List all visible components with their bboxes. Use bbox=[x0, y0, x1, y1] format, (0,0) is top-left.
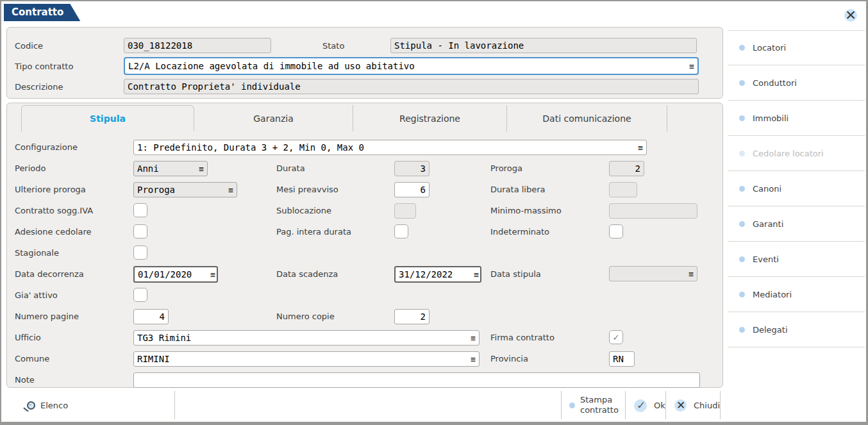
adesione-cedolare-label: Adesione cedolare bbox=[15, 227, 92, 237]
stato-label: Stato bbox=[322, 41, 344, 51]
stato-field: Stipula - In lavorazione bbox=[390, 38, 697, 53]
contratto-sogg-iva-checkbox[interactable] bbox=[133, 203, 147, 217]
numero-copie-field[interactable]: 2 bbox=[394, 309, 430, 324]
elenco-button[interactable]: Elenco bbox=[27, 388, 68, 422]
gia-attivo-label: Gia' attivo bbox=[15, 290, 58, 300]
descrizione-label: Descrizione bbox=[15, 82, 63, 92]
mesi-preavviso-value: 6 bbox=[421, 185, 426, 195]
stampa-contratto-button[interactable]: Stampa contratto bbox=[569, 388, 619, 422]
numero-pagine-label: Numero pagine bbox=[15, 312, 79, 321]
tab-garanzia[interactable]: Garanzia bbox=[194, 105, 353, 131]
chiudi-button[interactable]: ✕ Chiudi bbox=[673, 388, 720, 422]
indeterminato-checkbox[interactable] bbox=[609, 224, 623, 238]
provincia-label: Provincia bbox=[490, 354, 528, 363]
dropdown-menu-icon[interactable]: ≡ bbox=[226, 186, 233, 194]
numero-pagine-field[interactable]: 4 bbox=[133, 309, 169, 324]
note-label: Note bbox=[15, 375, 35, 385]
proroga-field: 2 bbox=[609, 161, 644, 176]
stipula-form: Configurazione 1: Predefinito, Durata 3 … bbox=[7, 131, 722, 387]
sidebar-item-immobili[interactable]: Immobili bbox=[728, 101, 865, 136]
tab-dati-comunicazione[interactable]: Dati comunicazione bbox=[507, 105, 667, 131]
bullet-icon bbox=[739, 292, 745, 297]
durata-label: Durata bbox=[276, 163, 305, 173]
stato-value: Stipula - In lavorazione bbox=[394, 40, 524, 51]
sidebar-item-label: Delegati bbox=[753, 325, 788, 335]
data-decorrenza-field[interactable]: 01/01/2020 ≡ bbox=[133, 266, 218, 283]
ulteriore-proroga-value: Proroga bbox=[137, 185, 175, 195]
tipo-contratto-label: Tipo contratto bbox=[15, 62, 73, 71]
close-icon: ✕ bbox=[840, 5, 861, 26]
sidebar-item-delegati[interactable]: Delegati bbox=[728, 312, 865, 347]
contratto-window: Contratto ✕ Codice 030_18122018 Stato St… bbox=[0, 0, 868, 425]
tab-garanzia-label: Garanzia bbox=[253, 113, 293, 124]
stampa-label-line1: Stampa bbox=[580, 395, 619, 405]
pag-intera-durata-label: Pag. intera durata bbox=[276, 227, 351, 237]
dropdown-menu-icon[interactable]: ≡ bbox=[196, 165, 204, 173]
firma-contratto-checkbox[interactable]: ✓ bbox=[609, 330, 623, 344]
proroga-value: 2 bbox=[635, 163, 640, 174]
periodo-value: Anni bbox=[137, 163, 159, 174]
tab-stipula-label: Stipula bbox=[90, 113, 126, 124]
bullet-icon bbox=[739, 221, 745, 227]
sublocazione-field bbox=[394, 203, 416, 219]
list-menu-icon[interactable]: ≡ bbox=[468, 355, 476, 363]
sidebar-item-canoni[interactable]: Canoni bbox=[728, 171, 865, 206]
sidebar-item-locatori[interactable]: Locatori bbox=[728, 30, 865, 65]
sidebar-item-mediatori[interactable]: Mediatori bbox=[728, 277, 865, 312]
footer-separator bbox=[561, 391, 562, 419]
pag-intera-durata-checkbox[interactable] bbox=[394, 224, 408, 238]
bullet-icon bbox=[739, 327, 745, 333]
note-field[interactable] bbox=[133, 372, 700, 388]
numero-pagine-value: 4 bbox=[160, 312, 165, 322]
sidebar-item-label: Garanti bbox=[753, 219, 783, 229]
calendar-menu-icon[interactable]: ≡ bbox=[208, 271, 215, 279]
ulteriore-proroga-dropdown[interactable]: Proroga ≡ bbox=[133, 182, 237, 197]
mesi-preavviso-field[interactable]: 6 bbox=[394, 182, 430, 197]
list-menu-icon[interactable]: ≡ bbox=[635, 144, 643, 152]
ok-button[interactable]: ✓ Ok bbox=[633, 388, 665, 422]
sidebar-item-label: Immobili bbox=[753, 113, 789, 123]
comune-field[interactable]: RIMINI ≡ bbox=[133, 351, 480, 367]
periodo-dropdown[interactable]: Anni ≡ bbox=[133, 161, 208, 176]
close-button[interactable]: ✕ bbox=[840, 5, 861, 26]
bullet-icon bbox=[739, 45, 745, 51]
gia-attivo-checkbox[interactable] bbox=[133, 288, 147, 302]
durata-field: 3 bbox=[394, 161, 430, 176]
data-stipula-field: ≡ bbox=[609, 266, 697, 281]
window-title: Contratto bbox=[12, 6, 63, 18]
stagionale-checkbox[interactable] bbox=[133, 246, 147, 260]
elenco-label: Elenco bbox=[40, 401, 68, 410]
data-decorrenza-label: Data decorrenza bbox=[15, 269, 84, 279]
tab-registrazione[interactable]: Registrazione bbox=[353, 105, 507, 131]
ufficio-value: TG3 Rimini bbox=[137, 333, 191, 343]
data-scadenza-field[interactable]: 31/12/2022 ≡ bbox=[394, 266, 481, 283]
sublocazione-label: Sublocazione bbox=[276, 206, 331, 215]
list-menu-icon[interactable]: ≡ bbox=[687, 62, 694, 71]
tabstrip: Stipula Garanzia Registrazione Dati comu… bbox=[7, 103, 722, 131]
provincia-field[interactable]: RN bbox=[609, 351, 635, 367]
sidebar-item-label: Eventi bbox=[753, 254, 779, 264]
ok-label: Ok bbox=[654, 401, 665, 410]
list-menu-icon[interactable]: ≡ bbox=[468, 334, 476, 342]
sidebar-item-label: Locatori bbox=[753, 43, 786, 53]
numero-copie-value: 2 bbox=[421, 312, 426, 322]
durata-value: 3 bbox=[421, 163, 426, 174]
sidebar-item-garanti[interactable]: Garanti bbox=[728, 206, 865, 242]
data-scadenza-value: 31/12/2022 bbox=[399, 269, 453, 279]
tipo-contratto-field[interactable]: L2/A Locazione agevolata di immobile ad … bbox=[124, 57, 699, 75]
contratto-sogg-iva-label: Contratto sogg.IVA bbox=[15, 206, 93, 215]
ulteriore-proroga-label: Ulteriore proroga bbox=[15, 185, 86, 194]
calendar-menu-icon[interactable]: ≡ bbox=[471, 271, 479, 279]
sidebar-item-eventi[interactable]: Eventi bbox=[728, 242, 865, 277]
codice-value: 030_18122018 bbox=[128, 40, 192, 51]
footer-separator bbox=[665, 391, 666, 419]
tab-registrazione-label: Registrazione bbox=[399, 113, 460, 124]
adesione-cedolare-checkbox[interactable] bbox=[133, 224, 147, 238]
durata-libera-field bbox=[609, 182, 637, 197]
tab-stipula[interactable]: Stipula bbox=[21, 105, 194, 131]
sidebar-item-conduttori[interactable]: Conduttori bbox=[728, 65, 865, 101]
bullet-icon bbox=[739, 80, 745, 86]
configurazione-field[interactable]: 1: Predefinito, Durata 3 + 2, Min 0, Max… bbox=[133, 140, 647, 155]
ufficio-field[interactable]: TG3 Rimini ≡ bbox=[133, 330, 480, 346]
tipo-contratto-value: L2/A Locazione agevolata di immobile ad … bbox=[128, 61, 415, 71]
